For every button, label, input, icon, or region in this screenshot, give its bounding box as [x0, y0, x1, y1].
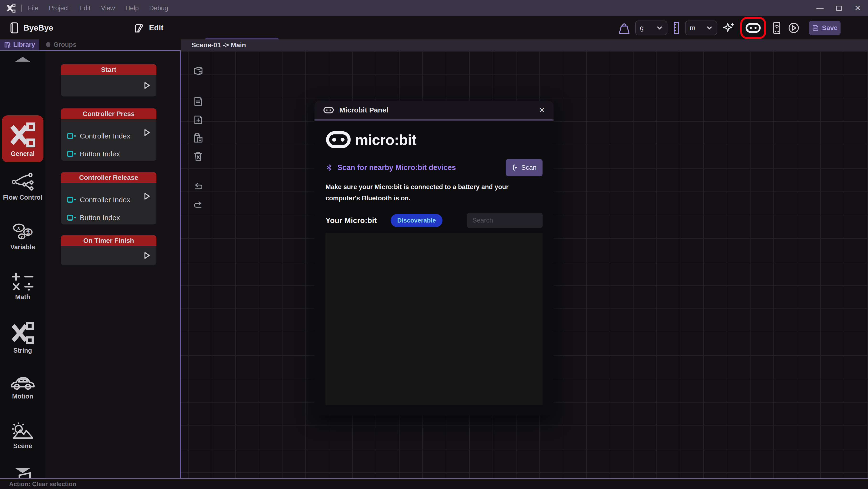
sparkle-effects-button[interactable] — [722, 22, 735, 34]
block-controller-release[interactable]: Controller Release Controller Index Butt… — [61, 172, 156, 224]
device-search-input[interactable] — [467, 213, 542, 228]
scroll-up-button[interactable] — [0, 56, 45, 62]
menu-edit[interactable]: Edit — [80, 4, 91, 12]
window-maximize-button[interactable] — [836, 6, 842, 11]
device-list-panel[interactable] — [326, 233, 542, 405]
status-bar: Action: Clear selection — [0, 478, 868, 489]
save-button[interactable]: Save — [809, 21, 841, 35]
socket-icon[interactable] — [67, 215, 73, 221]
modal-title: Microbit Panel — [339, 106, 388, 114]
category-flow-control[interactable]: Flow Control — [0, 172, 45, 201]
paste-tool[interactable] — [192, 132, 204, 144]
param-controller-index: Controller Index — [67, 194, 130, 205]
category-variable[interactable]: x @ y Variable — [0, 221, 45, 251]
block-play-icon — [144, 252, 150, 259]
device-list-header: Your Micro:bit Discoverable — [326, 212, 542, 229]
block-start[interactable]: Start — [61, 64, 156, 96]
mobile-remote-button[interactable] — [771, 21, 782, 35]
notebook-icon — [10, 22, 19, 34]
category-general[interactable]: General — [2, 115, 43, 162]
block-start-header: Start — [61, 64, 156, 75]
socket-dash — [74, 217, 76, 218]
redo-tool[interactable] — [192, 200, 204, 211]
menu-debug[interactable]: Debug — [149, 4, 168, 12]
length-unit-select[interactable]: m — [685, 21, 717, 35]
script-document-tool[interactable] — [192, 96, 204, 107]
block-controller-release-title: Controller Release — [79, 174, 138, 181]
microbit-logo: micro:bit — [326, 131, 416, 149]
param-label: Button Index — [80, 150, 120, 158]
block-controller-press[interactable]: Controller Press Controller Index Button… — [61, 109, 156, 161]
block-on-timer-finish[interactable]: On Timer Finish — [61, 235, 156, 265]
menu-separator — [21, 4, 22, 12]
menu-file[interactable]: File — [28, 4, 38, 12]
add-document-tool[interactable] — [192, 114, 204, 126]
car-icon — [9, 371, 36, 391]
window-close-button[interactable]: ✕ — [855, 4, 861, 12]
scan-heading: Scan for nearby Micro:bit devices — [337, 163, 456, 172]
tab-groups[interactable]: Groups — [39, 39, 83, 50]
tab-library[interactable]: Library — [0, 39, 39, 50]
category-general-label: General — [11, 150, 35, 158]
library-books-icon — [4, 41, 11, 48]
category-string[interactable]: String — [0, 321, 45, 354]
discoverable-badge: Discoverable — [391, 214, 443, 227]
scan-button-label: Scan — [521, 164, 536, 172]
length-unit-icon — [673, 21, 680, 35]
svg-text:y: y — [20, 234, 23, 239]
flip-book-tool[interactable] — [192, 65, 204, 77]
socket-dash — [74, 199, 76, 200]
run-play-button[interactable] — [787, 22, 800, 34]
category-motion[interactable]: Motion — [0, 371, 45, 400]
header-toolbar: g m — [618, 16, 856, 39]
socket-icon[interactable] — [67, 197, 73, 203]
svg-text:x: x — [17, 224, 21, 232]
microbit-logo-text: micro:bit — [355, 131, 416, 148]
param-label: Button Index — [80, 214, 120, 222]
block-controller-release-header: Controller Release — [61, 172, 156, 183]
tab-library-label: Library — [13, 41, 35, 49]
menu-view[interactable]: View — [101, 4, 115, 12]
edit-mode-label: Edit — [149, 23, 163, 32]
breadcrumb-bar: Scene-01 -> Main — [181, 39, 868, 51]
microbit-logo-face-icon — [326, 131, 351, 149]
microbit-panel-button[interactable] — [745, 23, 761, 33]
scan-button[interactable]: Scan — [506, 159, 542, 176]
block-play-icon — [144, 192, 150, 200]
category-scene[interactable]: Scene — [0, 421, 45, 450]
category-math[interactable]: Math — [0, 272, 45, 301]
app-logo-icon — [6, 3, 16, 13]
save-button-label: Save — [822, 24, 837, 32]
block-controller-press-title: Controller Press — [83, 110, 135, 118]
menu-project[interactable]: Project — [49, 4, 69, 12]
header-bar: ByeBye Edit Behaviour g — [0, 16, 868, 39]
socket-icon[interactable] — [67, 151, 73, 157]
socket-icon[interactable] — [67, 133, 73, 139]
microbit-face-icon — [323, 106, 334, 114]
category-variable-label: Variable — [10, 244, 35, 251]
math-operators-icon — [11, 272, 35, 292]
category-math-label: Math — [15, 294, 30, 301]
scroll-down-button[interactable] — [0, 467, 45, 474]
param-button-index: Button Index — [67, 212, 120, 223]
general-x-icon — [9, 122, 36, 148]
window-minimize-button[interactable] — [816, 8, 824, 9]
tab-groups-label: Groups — [54, 41, 76, 49]
param-label: Controller Index — [80, 132, 130, 140]
undo-tool[interactable] — [192, 181, 204, 193]
edit-pencil-icon — [134, 23, 145, 33]
mass-unit-select[interactable]: g — [635, 21, 668, 35]
modal-header[interactable]: Microbit Panel ✕ — [314, 101, 554, 119]
chevron-down-icon — [706, 26, 713, 30]
menu-help[interactable]: Help — [125, 4, 139, 12]
category-motion-label: Motion — [12, 393, 33, 400]
modal-divider — [314, 119, 554, 121]
groups-icon — [45, 41, 51, 48]
mass-unit-icon — [618, 21, 630, 35]
edit-mode-button[interactable]: Edit — [134, 16, 163, 39]
status-bar-text: Action: Clear selection — [9, 480, 76, 488]
window-controls: ✕ — [816, 0, 861, 16]
modal-close-icon[interactable]: ✕ — [539, 106, 545, 114]
delete-tool[interactable] — [192, 151, 204, 162]
scan-signal-icon — [512, 163, 519, 172]
